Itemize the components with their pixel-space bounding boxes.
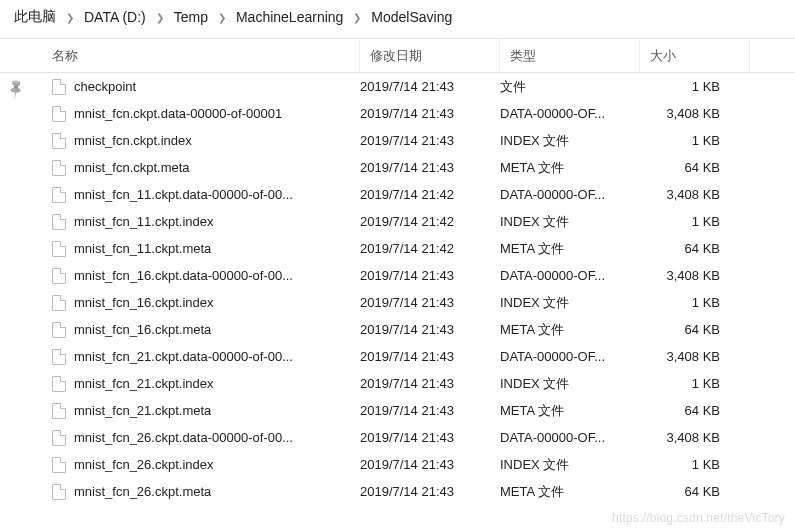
file-name: mnist_fcn_21.ckpt.data-00000-of-00...: [74, 349, 293, 364]
file-name-cell[interactable]: mnist_fcn_11.ckpt.data-00000-of-00...: [30, 187, 360, 203]
file-date: 2019/7/14 21:43: [360, 268, 500, 283]
file-name: mnist_fcn_16.ckpt.index: [74, 295, 213, 310]
file-date: 2019/7/14 21:43: [360, 295, 500, 310]
file-type: META 文件: [500, 159, 640, 177]
file-date: 2019/7/14 21:43: [360, 430, 500, 445]
column-header-size[interactable]: 大小: [640, 39, 750, 72]
column-headers: 名称 修改日期 类型 大小: [0, 39, 795, 73]
file-name-cell[interactable]: mnist_fcn_16.ckpt.data-00000-of-00...: [30, 268, 360, 284]
file-size: 1 KB: [640, 376, 750, 391]
breadcrumb-item[interactable]: DATA (D:): [80, 7, 150, 27]
file-size: 64 KB: [640, 160, 750, 175]
file-row[interactable]: mnist_fcn_11.ckpt.data-00000-of-00...201…: [0, 181, 795, 208]
file-row[interactable]: mnist_fcn_21.ckpt.meta2019/7/14 21:43MET…: [0, 397, 795, 424]
file-icon: [52, 349, 66, 365]
column-header-name[interactable]: 名称: [30, 39, 360, 72]
file-icon: [52, 376, 66, 392]
file-date: 2019/7/14 21:43: [360, 133, 500, 148]
file-name: mnist_fcn_26.ckpt.meta: [74, 484, 211, 499]
file-date: 2019/7/14 21:43: [360, 349, 500, 364]
file-name-cell[interactable]: mnist_fcn_16.ckpt.meta: [30, 322, 360, 338]
file-size: 3,408 KB: [640, 106, 750, 121]
file-type: INDEX 文件: [500, 294, 640, 312]
file-name: mnist_fcn_21.ckpt.meta: [74, 403, 211, 418]
file-name: mnist_fcn_11.ckpt.meta: [74, 241, 211, 256]
file-list: 📌checkpoint2019/7/14 21:43文件1 KBmnist_fc…: [0, 73, 795, 505]
file-date: 2019/7/14 21:43: [360, 160, 500, 175]
file-icon: [52, 79, 66, 95]
chevron-right-icon: ❯: [150, 12, 170, 23]
file-size: 1 KB: [640, 457, 750, 472]
file-row[interactable]: mnist_fcn.ckpt.index2019/7/14 21:43INDEX…: [0, 127, 795, 154]
file-type: DATA-00000-OF...: [500, 349, 640, 364]
file-row[interactable]: mnist_fcn.ckpt.data-00000-of-000012019/7…: [0, 100, 795, 127]
file-type: INDEX 文件: [500, 213, 640, 231]
file-name: mnist_fcn_16.ckpt.meta: [74, 322, 211, 337]
file-row[interactable]: mnist_fcn_21.ckpt.index2019/7/14 21:43IN…: [0, 370, 795, 397]
file-row[interactable]: mnist_fcn_26.ckpt.meta2019/7/14 21:43MET…: [0, 478, 795, 505]
file-date: 2019/7/14 21:43: [360, 403, 500, 418]
breadcrumb-item[interactable]: Temp: [170, 7, 212, 27]
column-header-date[interactable]: 修改日期: [360, 39, 500, 72]
file-row[interactable]: mnist_fcn_26.ckpt.index2019/7/14 21:43IN…: [0, 451, 795, 478]
file-row[interactable]: mnist_fcn_26.ckpt.data-00000-of-00...201…: [0, 424, 795, 451]
file-date: 2019/7/14 21:43: [360, 79, 500, 94]
file-name: checkpoint: [74, 79, 136, 94]
file-icon: [52, 187, 66, 203]
chevron-right-icon: ❯: [60, 12, 80, 23]
file-date: 2019/7/14 21:42: [360, 241, 500, 256]
file-name-cell[interactable]: mnist_fcn_21.ckpt.index: [30, 376, 360, 392]
file-size: 64 KB: [640, 241, 750, 256]
file-name-cell[interactable]: mnist_fcn_21.ckpt.meta: [30, 403, 360, 419]
file-icon: [52, 430, 66, 446]
file-name-cell[interactable]: mnist_fcn.ckpt.data-00000-of-00001: [30, 106, 360, 122]
file-icon: [52, 106, 66, 122]
file-size: 1 KB: [640, 295, 750, 310]
breadcrumb[interactable]: 此电脑 ❯ DATA (D:) ❯ Temp ❯ MachineLearning…: [0, 0, 795, 39]
file-icon: [52, 295, 66, 311]
file-row[interactable]: mnist_fcn_21.ckpt.data-00000-of-00...201…: [0, 343, 795, 370]
file-name-cell[interactable]: mnist_fcn_26.ckpt.data-00000-of-00...: [30, 430, 360, 446]
file-type: META 文件: [500, 402, 640, 420]
file-row[interactable]: mnist_fcn_16.ckpt.index2019/7/14 21:43IN…: [0, 289, 795, 316]
file-name-cell[interactable]: mnist_fcn_26.ckpt.meta: [30, 484, 360, 500]
file-name: mnist_fcn_26.ckpt.data-00000-of-00...: [74, 430, 293, 445]
file-name-cell[interactable]: mnist_fcn_16.ckpt.index: [30, 295, 360, 311]
file-name: mnist_fcn_11.ckpt.index: [74, 214, 213, 229]
file-row[interactable]: mnist_fcn.ckpt.meta2019/7/14 21:43META 文…: [0, 154, 795, 181]
file-type: INDEX 文件: [500, 456, 640, 474]
file-name-cell[interactable]: mnist_fcn.ckpt.index: [30, 133, 360, 149]
file-type: DATA-00000-OF...: [500, 430, 640, 445]
file-size: 1 KB: [640, 214, 750, 229]
file-name-cell[interactable]: mnist_fcn.ckpt.meta: [30, 160, 360, 176]
file-row[interactable]: 📌checkpoint2019/7/14 21:43文件1 KB: [0, 73, 795, 100]
file-type: META 文件: [500, 483, 640, 501]
file-name-cell[interactable]: mnist_fcn_26.ckpt.index: [30, 457, 360, 473]
column-header-type[interactable]: 类型: [500, 39, 640, 72]
breadcrumb-item[interactable]: MachineLearning: [232, 7, 347, 27]
file-name-cell[interactable]: checkpoint: [30, 79, 360, 95]
file-name-cell[interactable]: mnist_fcn_11.ckpt.index: [30, 214, 360, 230]
file-name: mnist_fcn.ckpt.data-00000-of-00001: [74, 106, 282, 121]
file-row[interactable]: mnist_fcn_11.ckpt.meta2019/7/14 21:42MET…: [0, 235, 795, 262]
file-size: 64 KB: [640, 484, 750, 499]
file-size: 3,408 KB: [640, 268, 750, 283]
file-size: 64 KB: [640, 403, 750, 418]
breadcrumb-item[interactable]: 此电脑: [10, 6, 60, 28]
file-row[interactable]: mnist_fcn_11.ckpt.index2019/7/14 21:42IN…: [0, 208, 795, 235]
file-row[interactable]: mnist_fcn_16.ckpt.data-00000-of-00...201…: [0, 262, 795, 289]
chevron-right-icon: ❯: [212, 12, 232, 23]
file-icon: [52, 322, 66, 338]
file-name: mnist_fcn.ckpt.index: [74, 133, 192, 148]
file-name-cell[interactable]: mnist_fcn_11.ckpt.meta: [30, 241, 360, 257]
file-type: DATA-00000-OF...: [500, 106, 640, 121]
file-row[interactable]: mnist_fcn_16.ckpt.meta2019/7/14 21:43MET…: [0, 316, 795, 343]
file-icon: [52, 160, 66, 176]
file-type: DATA-00000-OF...: [500, 268, 640, 283]
file-name-cell[interactable]: mnist_fcn_21.ckpt.data-00000-of-00...: [30, 349, 360, 365]
file-size: 1 KB: [640, 79, 750, 94]
file-date: 2019/7/14 21:43: [360, 106, 500, 121]
file-date: 2019/7/14 21:43: [360, 457, 500, 472]
file-name: mnist_fcn.ckpt.meta: [74, 160, 190, 175]
breadcrumb-item[interactable]: ModelSaving: [367, 7, 456, 27]
